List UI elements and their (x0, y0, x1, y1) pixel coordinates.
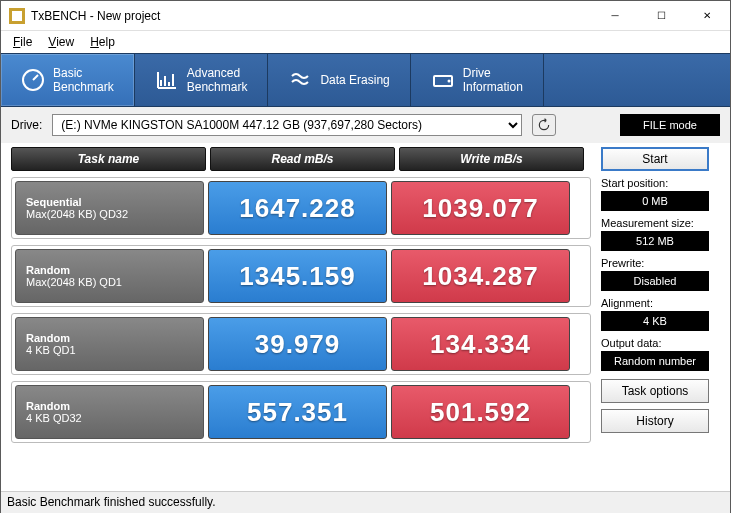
window-title: TxBENCH - New project (31, 9, 592, 23)
tab-advanced-benchmark[interactable]: Advanced Benchmark (135, 54, 269, 106)
prewrite-value[interactable]: Disabled (601, 271, 709, 291)
task-detail: Max(2048 KB) QD32 (26, 208, 193, 220)
write-value: 501.592 (391, 385, 570, 439)
status-bar: Basic Benchmark finished successfully. (1, 491, 730, 513)
app-icon (9, 8, 25, 24)
task-cell[interactable]: Random4 KB QD1 (15, 317, 204, 371)
svg-rect-1 (12, 11, 22, 21)
task-cell[interactable]: RandomMax(2048 KB) QD1 (15, 249, 204, 303)
maximize-button[interactable]: ☐ (638, 1, 684, 31)
side-panel: Start Start position: 0 MB Measurement s… (601, 147, 709, 449)
task-cell[interactable]: SequentialMax(2048 KB) QD32 (15, 181, 204, 235)
header-task: Task name (11, 147, 206, 171)
read-value: 39.979 (208, 317, 387, 371)
header-write: Write mB/s (399, 147, 584, 171)
drive-bar: Drive: (E:) NVMe KINGSTON SA1000M 447.12… (1, 107, 730, 143)
read-value: 1345.159 (208, 249, 387, 303)
task-name: Random (26, 264, 193, 276)
tab-label: Basic Benchmark (53, 66, 114, 94)
write-value: 1034.287 (391, 249, 570, 303)
refresh-button[interactable] (532, 114, 556, 136)
task-detail: 4 KB QD32 (26, 412, 193, 424)
output-data-label: Output data: (601, 337, 709, 349)
task-name: Random (26, 332, 193, 344)
tab-basic-benchmark[interactable]: Basic Benchmark (1, 54, 135, 106)
prewrite-label: Prewrite: (601, 257, 709, 269)
read-value: 557.351 (208, 385, 387, 439)
read-value: 1647.228 (208, 181, 387, 235)
task-detail: Max(2048 KB) QD1 (26, 276, 193, 288)
menu-file[interactable]: File (7, 33, 38, 51)
write-value: 134.334 (391, 317, 570, 371)
measurement-size-label: Measurement size: (601, 217, 709, 229)
menu-view[interactable]: View (42, 33, 80, 51)
task-detail: 4 KB QD1 (26, 344, 193, 356)
task-cell[interactable]: Random4 KB QD32 (15, 385, 204, 439)
task-name: Random (26, 400, 193, 412)
alignment-value[interactable]: 4 KB (601, 311, 709, 331)
title-bar: TxBENCH - New project ─ ☐ ✕ (1, 1, 730, 31)
menu-help[interactable]: Help (84, 33, 121, 51)
refresh-icon (537, 118, 551, 132)
header-read: Read mB/s (210, 147, 395, 171)
tab-label: Data Erasing (320, 73, 389, 87)
file-mode-button[interactable]: FILE mode (620, 114, 720, 136)
measurement-size-value[interactable]: 512 MB (601, 231, 709, 251)
tab-label: Advanced Benchmark (187, 66, 248, 94)
tab-drive-information[interactable]: Drive Information (411, 54, 544, 106)
erase-icon (288, 68, 312, 92)
alignment-label: Alignment: (601, 297, 709, 309)
drive-icon (431, 68, 455, 92)
svg-point-4 (447, 80, 450, 83)
minimize-button[interactable]: ─ (592, 1, 638, 31)
tab-bar: Basic Benchmark Advanced Benchmark Data … (1, 53, 730, 107)
tab-data-erasing[interactable]: Data Erasing (268, 54, 410, 106)
start-position-label: Start position: (601, 177, 709, 189)
drive-label: Drive: (11, 118, 42, 132)
result-row: SequentialMax(2048 KB) QD321647.2281039.… (11, 177, 591, 239)
gauge-icon (21, 68, 45, 92)
write-value: 1039.077 (391, 181, 570, 235)
start-position-value[interactable]: 0 MB (601, 191, 709, 211)
history-button[interactable]: History (601, 409, 709, 433)
task-name: Sequential (26, 196, 193, 208)
start-button[interactable]: Start (601, 147, 709, 171)
chart-icon (155, 68, 179, 92)
drive-select[interactable]: (E:) NVMe KINGSTON SA1000M 447.12 GB (93… (52, 114, 522, 136)
tab-label: Drive Information (463, 66, 523, 94)
result-row: Random4 KB QD139.979134.334 (11, 313, 591, 375)
menu-bar: File View Help (1, 31, 730, 53)
output-data-value[interactable]: Random number (601, 351, 709, 371)
result-row: Random4 KB QD32557.351501.592 (11, 381, 591, 443)
results-panel: Task name Read mB/s Write mB/s Sequentia… (11, 147, 591, 449)
task-options-button[interactable]: Task options (601, 379, 709, 403)
result-row: RandomMax(2048 KB) QD11345.1591034.287 (11, 245, 591, 307)
close-button[interactable]: ✕ (684, 1, 730, 31)
